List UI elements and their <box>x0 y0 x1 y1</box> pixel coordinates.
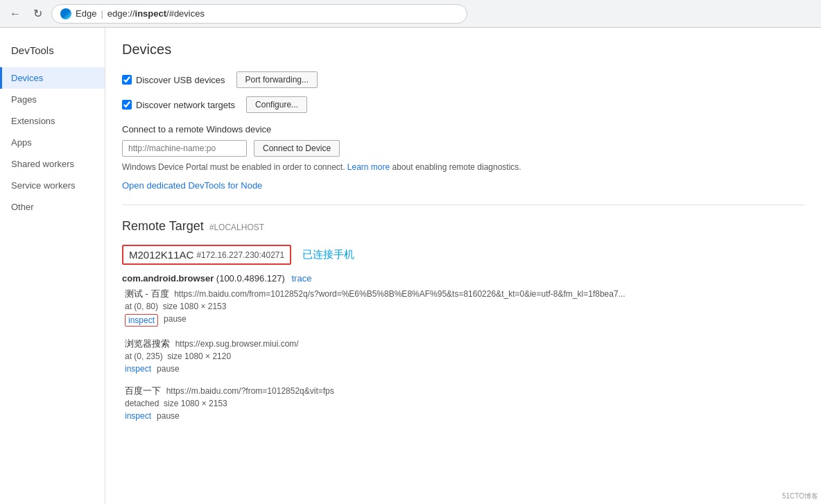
tab-actions-0: inspect pause <box>125 314 804 327</box>
content-area: Devices Discover USB devices Port forwar… <box>105 28 821 504</box>
device-name: M2012K11AC <box>129 249 193 261</box>
device-name-row: M2012K11AC #172.16.227.230:40271 已连接手机 <box>122 245 804 265</box>
discover-usb-checkbox[interactable] <box>122 75 132 85</box>
back-button[interactable]: ← <box>7 6 24 22</box>
tab-url-row-2: 百度一下 https://m.baidu.com/?from=1012852q&… <box>125 385 749 397</box>
remote-target-header: Remote Target #LOCALHOST <box>122 219 804 234</box>
pause-link-1[interactable]: pause <box>157 364 180 374</box>
tab-size-row-1: at (0, 235) size 1080 × 2120 <box>125 351 804 361</box>
connect-to-device-button[interactable]: Connect to Device <box>254 140 340 157</box>
browser-version: (100.0.4896.127) <box>216 273 285 284</box>
tab-name-0: 测试 - 百度 <box>125 288 169 299</box>
remote-section-label: Connect to a remote Windows device <box>122 124 804 134</box>
tab-name-2: 百度一下 <box>125 385 161 396</box>
remote-target-title: Remote Target <box>122 219 204 234</box>
tab-url-1: https://exp.sug.browser.miui.com/ <box>175 339 299 349</box>
watermark: 51CTO博客 <box>782 492 818 501</box>
device-card: M2012K11AC #172.16.227.230:40271 已连接手机 c… <box>122 245 804 421</box>
configure-button[interactable]: Configure... <box>246 96 307 113</box>
port-forwarding-button[interactable]: Port forwarding... <box>236 71 318 88</box>
tab-size-row-0: at (0, 80) size 1080 × 2153 <box>125 302 804 311</box>
tab-entry-1: 浏览器搜索 https://exp.sug.browser.miui.com/ … <box>122 338 804 374</box>
main-layout: DevTools Devices Pages Extensions Apps S… <box>0 28 821 504</box>
sidebar-title: DevTools <box>0 39 105 67</box>
discover-usb-checkbox-label[interactable]: Discover USB devices <box>122 75 225 85</box>
pause-link-0[interactable]: pause <box>164 314 187 327</box>
open-devtools-node-link[interactable]: Open dedicated DevTools for Node <box>122 180 262 191</box>
inspect-link-0[interactable]: inspect <box>125 314 158 327</box>
learn-more-link[interactable]: Learn more <box>347 162 390 172</box>
browser-info: com.android.browser (100.0.4896.127) tra… <box>122 273 804 284</box>
discover-network-label: Discover network targets <box>136 100 235 110</box>
sidebar-item-other[interactable]: Other <box>0 196 105 218</box>
sidebar-item-pages[interactable]: Pages <box>0 89 105 110</box>
tab-url-row-0: 测试 - 百度 https://m.baidu.com/from=1012852… <box>125 288 749 300</box>
tab-entry-2: 百度一下 https://m.baidu.com/?from=1012852q&… <box>122 385 804 421</box>
sidebar-item-extensions[interactable]: Extensions <box>0 110 105 132</box>
address-separator: | <box>101 8 103 19</box>
device-name-badge: M2012K11AC #172.16.227.230:40271 <box>122 245 291 265</box>
edge-logo-icon <box>60 8 71 19</box>
section-divider <box>122 205 804 205</box>
tab-name-1: 浏览器搜索 <box>125 338 170 349</box>
browser-chrome: ← ↻ Edge | edge://inspect/#devices <box>0 0 821 28</box>
remote-device-input[interactable] <box>122 140 247 157</box>
inspect-link-1[interactable]: inspect <box>125 364 151 374</box>
remote-section: Connect to a remote Windows device Conne… <box>122 124 804 172</box>
sidebar: DevTools Devices Pages Extensions Apps S… <box>0 28 105 504</box>
address-url: edge://inspect/#devices <box>107 8 205 19</box>
sidebar-item-devices[interactable]: Devices <box>0 67 105 89</box>
portal-note: Windows Device Portal must be enabled in… <box>122 162 804 172</box>
page-title: Devices <box>122 42 804 58</box>
remote-input-row: Connect to Device <box>122 140 804 157</box>
tab-actions-2: inspect pause <box>125 411 804 421</box>
trace-link[interactable]: trace <box>291 273 311 284</box>
device-id: #172.16.227.230:40271 <box>196 250 284 260</box>
refresh-button[interactable]: ↻ <box>29 6 46 22</box>
sidebar-item-apps[interactable]: Apps <box>0 132 105 153</box>
discover-network-checkbox[interactable] <box>122 100 132 110</box>
tab-entry-0: 测试 - 百度 https://m.baidu.com/from=1012852… <box>122 288 804 327</box>
sidebar-item-shared-workers[interactable]: Shared workers <box>0 153 105 175</box>
tab-url-row-1: 浏览器搜索 https://exp.sug.browser.miui.com/ <box>125 338 749 350</box>
discover-usb-label: Discover USB devices <box>136 75 225 85</box>
browser-name: com.android.browser <box>122 273 214 284</box>
tab-url-2: https://m.baidu.com/?from=1012852q&vit=f… <box>166 386 334 396</box>
discover-network-row: Discover network targets Configure... <box>122 96 804 113</box>
tab-size-row-2: detached size 1080 × 2153 <box>125 399 804 408</box>
discover-network-checkbox-label[interactable]: Discover network targets <box>122 100 235 110</box>
remote-target-subtitle: #LOCALHOST <box>209 223 264 232</box>
sidebar-item-service-workers[interactable]: Service workers <box>0 175 105 196</box>
pause-link-2[interactable]: pause <box>157 411 180 421</box>
device-connected-label: 已连接手机 <box>302 248 354 261</box>
tab-url-0: https://m.baidu.com/from=1012852q/s?word… <box>174 289 625 299</box>
inspect-link-2[interactable]: inspect <box>125 411 151 421</box>
discover-usb-row: Discover USB devices Port forwarding... <box>122 71 804 88</box>
address-bar[interactable]: Edge | edge://inspect/#devices <box>51 4 467 24</box>
tab-actions-1: inspect pause <box>125 364 804 374</box>
browser-tab-label: Edge <box>76 8 96 19</box>
